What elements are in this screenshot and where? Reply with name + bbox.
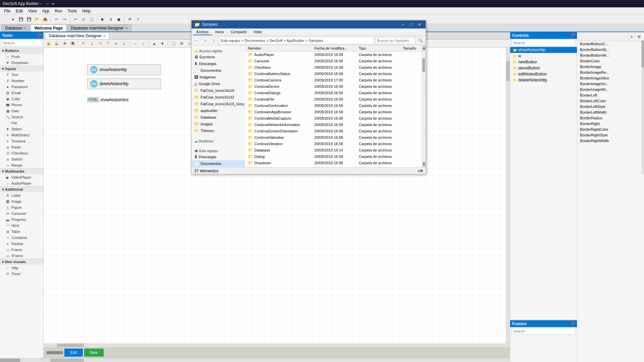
menu-file[interactable]: File	[1, 8, 13, 14]
fe-col-fecha[interactable]: Fecha de modifica...	[312, 45, 356, 52]
menu-view[interactable]: View	[25, 8, 40, 14]
control-search[interactable]: 🔍Search	[0, 114, 43, 120]
prop-BorderImageSlice[interactable]: BorderImageSlice	[577, 75, 644, 81]
canvas-deleteNotesHttp-button[interactable]: 202 deleteNotesHttp	[87, 78, 161, 89]
control-textarea[interactable]: ≡Textarea	[0, 138, 43, 144]
control-switch[interactable]: ⊙Switch	[0, 156, 43, 162]
fe-sidebar-googledrive[interactable]: △Google Drive	[192, 80, 245, 87]
control-progress[interactable]: ▬Progress	[0, 217, 43, 223]
designer-width-eq[interactable]: ↔	[131, 40, 139, 47]
control-push[interactable]: □Push	[0, 54, 43, 60]
fe-tab-archivo[interactable]: Archivo	[193, 29, 212, 35]
designer-back[interactable]: ▼	[159, 40, 166, 47]
designer-tb-3[interactable]: 👁	[61, 40, 68, 47]
tab-database-close[interactable]: ✕	[23, 26, 26, 30]
toolbar-redo[interactable]: ↪	[61, 16, 68, 23]
toolbar-new[interactable]: 📄	[1, 16, 9, 23]
fe-sidebar-descargas[interactable]: ⬇Descargas	[192, 60, 245, 67]
canvas-gray-button[interactable]	[46, 351, 63, 354]
prop-BorderImage[interactable]: BorderImage	[577, 64, 644, 70]
center-hscrollbar[interactable]	[44, 358, 510, 362]
control-item-editNotesButton[interactable]: 📁 editNotesButton	[510, 71, 577, 77]
prop-BorderLeftColor[interactable]: BorderLeftColor	[577, 98, 644, 104]
prop-BorderBottomW[interactable]: BorderBottomW...	[577, 53, 644, 58]
canvas-edit-button[interactable]: Edit	[64, 349, 83, 357]
center-hscroll-thumb[interactable]	[50, 359, 84, 362]
toolbar-help[interactable]: ?	[134, 16, 142, 23]
prop-BorderLeft[interactable]: BorderLeft	[577, 93, 644, 98]
control-number[interactable]: #Number	[0, 78, 43, 84]
control-checkbox[interactable]: ☑Checkbox	[0, 150, 43, 156]
menu-tools[interactable]: Tools	[65, 8, 79, 14]
control-iframe[interactable]: ▭IFrame	[0, 253, 43, 259]
designer-grid[interactable]: ⊞	[178, 40, 185, 47]
canvas-new-button[interactable]: New	[84, 349, 104, 357]
fe-sidebar-fatcow32[interactable]: 📁FatCow_Icons32x32	[192, 94, 245, 101]
fe-sidebar-descargas2[interactable]: ⬇Descargas	[192, 154, 245, 160]
control-image[interactable]: 🖼Image	[0, 198, 43, 204]
props-grid-view[interactable]: ⊞	[635, 33, 643, 40]
designer-tab-active[interactable]: Database mainView Designer ✕	[45, 32, 109, 39]
file-row[interactable]: 📁CordovaMediaCapture 20/09/2019 16:58 Ca…	[245, 115, 422, 122]
file-row[interactable]: 📁CordovaVibration 20/09/2019 16:58 Carpe…	[245, 141, 422, 147]
controls-search-input[interactable]	[512, 40, 576, 46]
control-container[interactable]: □Container	[0, 235, 43, 241]
fe-col-nombre[interactable]: Nombre	[245, 45, 312, 52]
control-text[interactable]: TText	[0, 72, 43, 78]
control-range[interactable]: —Range	[0, 162, 43, 168]
control-date[interactable]: ▦Date	[0, 108, 43, 114]
control-dropdown[interactable]: ▼Dropdown	[0, 60, 43, 66]
props-list-view[interactable]: ≡	[628, 33, 635, 40]
control-timer[interactable]: ⏱Timer	[0, 271, 43, 277]
category-nonvisuals[interactable]: ▾ Non visuals	[0, 259, 43, 265]
control-item-w[interactable]: 📁 w	[510, 53, 577, 59]
designer-align-center[interactable]: ⊥	[88, 40, 96, 47]
toolbar-export[interactable]: 📤	[42, 16, 49, 23]
prop-BorderImageWi[interactable]: BorderImageWi...	[577, 87, 644, 93]
designer-preview[interactable]: ⬜	[170, 40, 177, 47]
toolbar-dropdown[interactable]: ▼	[9, 16, 17, 23]
fe-close[interactable]: ✕	[416, 21, 423, 27]
fe-sidebar-database[interactable]: 📁Database	[192, 114, 245, 121]
designer-align-mid[interactable]: ≡	[112, 40, 120, 47]
fe-scroll-up[interactable]: ▲	[422, 46, 426, 51]
canvas-vscroll-thumb[interactable]	[506, 61, 509, 81]
control-table[interactable]: ⊞Table	[0, 229, 43, 235]
fe-sidebar-escritorio[interactable]: 🖥Escritorio	[192, 54, 245, 60]
tab-designer-close[interactable]: ✕	[125, 26, 128, 30]
control-figure[interactable]: △Figure	[0, 204, 43, 210]
file-row[interactable]: 📁Checkbox 20/09/2019 16:58 Carpeta de ar…	[245, 64, 422, 71]
file-row[interactable]: 📁CordovaNetworkInformation 20/09/2019 16…	[245, 122, 422, 128]
control-navbar[interactable]: ≡Navbar	[0, 241, 43, 247]
menu-run[interactable]: Run	[52, 8, 65, 14]
menu-app[interactable]: App	[40, 8, 52, 14]
fe-scroll-thumb[interactable]	[422, 58, 425, 72]
prop-BorderRightStyle[interactable]: BorderRightStyle	[577, 132, 644, 138]
prop-BorderRight[interactable]: BorderRight	[577, 121, 644, 127]
control-file[interactable]: 📄File	[0, 120, 43, 126]
controls-pin-button[interactable]: 📌	[570, 34, 575, 38]
fe-search-input[interactable]	[375, 37, 416, 44]
close-button[interactable]: ✕	[51, 1, 55, 6]
tab-database[interactable]: Database ✕	[1, 24, 30, 32]
category-multimedia[interactable]: ▾ Multimedia	[0, 168, 43, 174]
category-inputs[interactable]: ▾ Inputs	[0, 66, 43, 72]
fe-minimize[interactable]: ─	[399, 21, 407, 27]
fe-forward[interactable]: →	[202, 37, 209, 44]
tools-pin-button[interactable]: 📌	[37, 34, 41, 38]
props-scrollbar[interactable]	[641, 40, 644, 174]
designer-height-eq[interactable]: ↕	[140, 40, 147, 47]
canvas-hscroll-thumb[interactable]	[57, 344, 84, 347]
file-row[interactable]: 📁Dropdown 20/09/2019 16:58 Carpeta de ar…	[245, 160, 422, 166]
file-row[interactable]: 📁AudioPlayer 20/09/2019 16:58 Carpeta de…	[245, 52, 422, 58]
control-multiselect[interactable]: ≡MultiSelect	[0, 132, 43, 138]
prop-BorderBottomC[interactable]: BorderBottomC...	[577, 41, 644, 47]
fe-col-tipo[interactable]: Tipo	[356, 45, 400, 52]
tools-scroll-thumb[interactable]	[0, 359, 20, 362]
props-scroll-thumb[interactable]	[642, 41, 644, 67]
file-row[interactable]: 📁CordovaGeolocation 20/09/2019 16:58 Car…	[245, 103, 422, 109]
fe-address-bar[interactable]: Este equipo > Documentos > DecSoft > App…	[219, 37, 374, 44]
prop-BorderColor[interactable]: BorderColor	[577, 58, 644, 64]
restore-button[interactable]: □	[45, 1, 49, 6]
prop-BorderLeftStyle[interactable]: BorderLeftStyle	[577, 104, 644, 110]
